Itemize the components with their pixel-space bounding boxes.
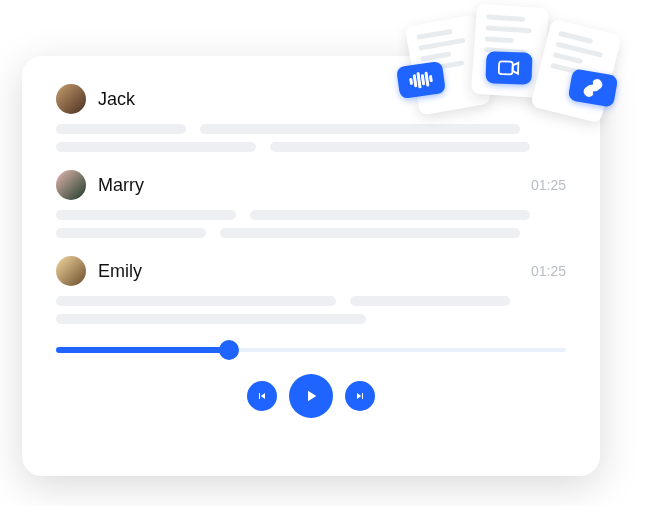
video-badge [485, 51, 532, 85]
avatar [56, 84, 86, 114]
entry-header: Marry 01:25 [56, 170, 566, 200]
attachments-cluster [412, 6, 642, 146]
speaker-name: Emily [98, 261, 142, 282]
text-placeholder [56, 228, 206, 238]
link-icon [581, 76, 604, 99]
svg-rect-0 [410, 78, 413, 84]
svg-rect-1 [413, 75, 417, 87]
audio-waveform-icon [408, 70, 434, 89]
text-placeholder [56, 142, 256, 152]
audio-badge [396, 61, 446, 99]
entry-header: Emily 01:25 [56, 256, 566, 286]
next-button[interactable] [345, 381, 375, 411]
skip-back-icon [256, 390, 268, 402]
play-button[interactable] [289, 374, 333, 418]
text-placeholder [56, 124, 186, 134]
play-icon [302, 387, 320, 405]
progress-knob[interactable] [219, 340, 239, 360]
text-placeholder [56, 296, 336, 306]
avatar [56, 256, 86, 286]
transcript-lines [56, 296, 566, 324]
transcript-entry: Emily 01:25 [56, 256, 566, 324]
avatar [56, 170, 86, 200]
speaker-name: Jack [98, 89, 135, 110]
transcript-lines [56, 210, 566, 238]
transcript-entry: Marry 01:25 [56, 170, 566, 238]
svg-rect-2 [417, 72, 421, 88]
skip-forward-icon [354, 390, 366, 402]
svg-rect-3 [421, 75, 424, 85]
timestamp: 01:25 [531, 177, 566, 193]
svg-rect-6 [499, 61, 513, 74]
text-placeholder [220, 228, 520, 238]
timestamp: 01:25 [531, 263, 566, 279]
text-placeholder [250, 210, 530, 220]
text-placeholder [350, 296, 510, 306]
video-icon [498, 60, 521, 77]
text-placeholder [56, 210, 236, 220]
text-placeholder [56, 314, 366, 324]
svg-rect-5 [429, 75, 432, 81]
playback-controls [56, 374, 566, 418]
playback-progress[interactable] [56, 342, 566, 358]
progress-fill [56, 347, 229, 353]
speaker-name: Marry [98, 175, 144, 196]
svg-rect-4 [425, 72, 429, 86]
previous-button[interactable] [247, 381, 277, 411]
